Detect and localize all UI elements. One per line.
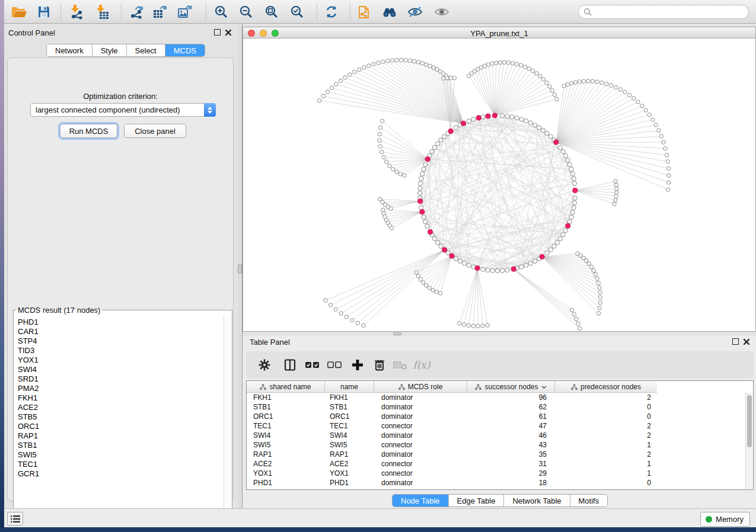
delete-column-icon[interactable] xyxy=(370,355,389,374)
cell-name[interactable]: ORC1 xyxy=(325,412,374,421)
vertical-splitter[interactable] xyxy=(238,24,243,508)
table-row[interactable]: ORC1 ORC1 dominator 61 0 xyxy=(247,412,657,421)
show-all-eye-icon[interactable] xyxy=(431,2,452,21)
search-input[interactable] xyxy=(595,8,748,17)
cell-successor-nodes[interactable]: 62 xyxy=(467,402,555,412)
table-row[interactable]: RAP1 RAP1 dominator 35 2 xyxy=(247,450,657,459)
cell-mcds-role[interactable]: connector xyxy=(374,469,467,478)
cell-shared-name[interactable]: ACE2 xyxy=(247,459,325,469)
cell-shared-name[interactable]: TEC1 xyxy=(247,421,325,431)
mcds-result-node[interactable]: ACE2 xyxy=(18,403,224,412)
cell-mcds-role[interactable]: dominator xyxy=(374,431,467,440)
add-column-icon[interactable] xyxy=(348,355,367,374)
mcds-result-node[interactable]: STB1 xyxy=(18,441,224,450)
network-canvas[interactable] xyxy=(243,39,756,332)
cell-shared-name[interactable]: STB1 xyxy=(247,402,325,412)
cell-name[interactable]: YOX1 xyxy=(325,469,374,478)
mcds-result-node[interactable]: YOX1 xyxy=(18,355,224,365)
cell-predecessor-nodes[interactable]: 0 xyxy=(555,478,657,488)
memory-button[interactable]: Memory xyxy=(700,512,750,527)
cell-mcds-role[interactable]: dominator xyxy=(374,450,467,459)
cell-shared-name[interactable]: SWI5 xyxy=(247,440,325,450)
cell-name[interactable]: STB1 xyxy=(325,402,374,412)
mcds-result-node[interactable]: PHD1 xyxy=(18,318,224,327)
column-header-mcds-role[interactable]: MCDS role xyxy=(374,381,467,393)
cell-predecessor-nodes[interactable]: 1 xyxy=(555,459,657,469)
export-image-icon[interactable] xyxy=(174,2,196,21)
tab-edge-table[interactable]: Edge Table xyxy=(449,495,505,507)
save-session-icon[interactable] xyxy=(33,2,55,21)
table-row[interactable]: PHD1 PHD1 dominator 18 0 xyxy=(247,478,657,488)
float-panel-icon[interactable] xyxy=(214,29,221,36)
mcds-result-node[interactable]: TEC1 xyxy=(18,460,224,469)
cell-successor-nodes[interactable]: 18 xyxy=(467,478,555,488)
import-network-icon[interactable] xyxy=(66,2,87,21)
select-all-checkboxes-icon[interactable] xyxy=(303,355,322,374)
table-settings-gear-icon[interactable] xyxy=(255,355,274,374)
cell-successor-nodes[interactable]: 43 xyxy=(467,440,555,450)
cell-shared-name[interactable]: RAP1 xyxy=(247,450,325,459)
cell-successor-nodes[interactable]: 46 xyxy=(467,431,555,440)
cell-name[interactable]: ACE2 xyxy=(325,459,374,469)
collapse-nub[interactable] xyxy=(393,332,401,335)
table-row[interactable]: SWI4 SWI4 dominator 46 2 xyxy=(247,431,657,440)
tab-network[interactable]: Network xyxy=(47,44,92,56)
mcds-result-node[interactable]: PMA2 xyxy=(18,384,224,393)
tab-select[interactable]: Select xyxy=(127,44,165,56)
table-row[interactable]: FKH1 FKH1 dominator 96 2 xyxy=(247,393,657,402)
refresh-layout-icon[interactable] xyxy=(321,2,342,21)
collapse-nub[interactable] xyxy=(507,36,515,39)
cell-mcds-role[interactable]: dominator xyxy=(374,402,467,412)
cell-shared-name[interactable]: FKH1 xyxy=(247,393,325,402)
cell-name[interactable]: RAP1 xyxy=(325,450,374,459)
cell-shared-name[interactable]: SWI4 xyxy=(247,431,325,440)
mcds-list-scrollbar[interactable] xyxy=(224,316,231,525)
cell-name[interactable]: SWI5 xyxy=(325,440,374,450)
tab-mcds[interactable]: MCDS xyxy=(165,44,205,56)
tab-motifs[interactable]: Motifs xyxy=(570,495,608,507)
column-header-successor-nodes[interactable]: successor nodes xyxy=(467,381,555,393)
search-binoculars-icon[interactable] xyxy=(379,2,400,21)
table-row[interactable]: YOX1 YOX1 connector 29 1 xyxy=(247,469,657,478)
mcds-result-node[interactable]: FKH1 xyxy=(18,393,224,403)
cell-name[interactable]: SWI4 xyxy=(325,431,374,440)
cell-successor-nodes[interactable]: 61 xyxy=(467,412,555,421)
cell-mcds-role[interactable]: connector xyxy=(374,421,467,431)
cell-predecessor-nodes[interactable]: 2 xyxy=(555,431,657,440)
open-session-icon[interactable] xyxy=(8,2,30,21)
float-panel-icon[interactable] xyxy=(732,338,739,345)
tab-network-table[interactable]: Network Table xyxy=(504,495,570,507)
import-table-icon[interactable] xyxy=(91,2,113,21)
cell-predecessor-nodes[interactable]: 1 xyxy=(555,469,657,478)
table-row[interactable]: ACE2 ACE2 connector 31 1 xyxy=(247,459,657,469)
mcds-result-node[interactable]: STP4 xyxy=(18,336,224,346)
cell-shared-name[interactable]: YOX1 xyxy=(247,469,325,478)
tab-style[interactable]: Style xyxy=(92,44,127,56)
table-row[interactable]: TEC1 TEC1 connector 47 2 xyxy=(247,421,657,431)
cell-predecessor-nodes[interactable]: 0 xyxy=(555,412,657,421)
mcds-result-node[interactable]: SWI5 xyxy=(18,450,224,460)
table-row[interactable]: SWI5 SWI5 connector 43 1 xyxy=(247,440,657,450)
close-panel-icon[interactable] xyxy=(225,29,232,36)
cell-successor-nodes[interactable]: 35 xyxy=(467,450,555,459)
zoom-out-icon[interactable] xyxy=(235,2,257,21)
cell-name[interactable]: PHD1 xyxy=(325,478,374,488)
column-header-predecessor-nodes[interactable]: predecessor nodes xyxy=(555,381,657,393)
mcds-result-node[interactable]: SRD1 xyxy=(18,374,224,384)
mcds-result-node[interactable]: RAP1 xyxy=(18,431,224,441)
mcds-result-node[interactable]: SWI4 xyxy=(18,365,224,374)
export-table-icon[interactable] xyxy=(149,2,171,21)
export-network-icon[interactable] xyxy=(126,2,148,21)
mcds-result-node[interactable]: GCR1 xyxy=(18,469,224,479)
cell-mcds-role[interactable]: connector xyxy=(374,459,467,469)
mcds-result-node[interactable]: CAR1 xyxy=(18,327,224,336)
cell-predecessor-nodes[interactable]: 1 xyxy=(555,440,657,450)
mcds-result-node[interactable]: TID3 xyxy=(18,346,224,355)
cell-shared-name[interactable]: ORC1 xyxy=(247,412,325,421)
tab-node-table[interactable]: Node Table xyxy=(393,495,449,507)
cell-name[interactable]: TEC1 xyxy=(325,421,374,431)
zoom-fit-icon[interactable] xyxy=(261,2,282,21)
task-history-button[interactable] xyxy=(7,512,23,525)
zoom-selected-icon[interactable] xyxy=(286,2,308,21)
mcds-result-node[interactable]: STB5 xyxy=(18,412,224,422)
